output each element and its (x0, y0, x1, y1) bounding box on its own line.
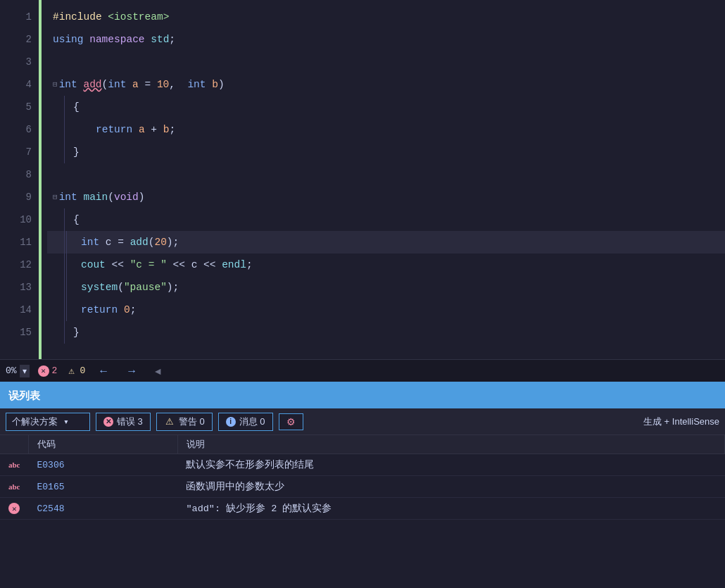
status-bar: 0% ▾ ✕ 2 ⚠ 0 ← → ◄ (0, 359, 725, 382)
table-row[interactable]: ✕ C2548 "add": 缺少形参 2 的默认实参 (0, 498, 725, 520)
filter-options-button[interactable]: ⚙ (279, 413, 303, 430)
line-num-10: 10 (0, 208, 32, 231)
line-num-4: 4 (0, 73, 32, 96)
error-panel-title: 误列表 (8, 389, 40, 403)
line-num-3: 3 (0, 51, 32, 73)
line-num-13: 13 (0, 276, 32, 299)
code-line-2: using namespace std; (47, 28, 725, 51)
code-line-5: { (47, 96, 725, 118)
zoom-dropdown[interactable]: ▾ (20, 365, 30, 377)
code-line-14: return 0; (47, 299, 725, 321)
solution-label: 个解决方案 (12, 415, 58, 428)
code-line-3 (47, 51, 725, 73)
filter-funnel-icon: ⚙ (286, 416, 296, 427)
code-line-1: #include <iostream> (47, 6, 725, 28)
error-table: 代码 说明 abc E0306 默认实参不在 (0, 435, 725, 520)
code-line-8 (47, 163, 725, 186)
line-num-1: 1 (0, 6, 32, 28)
row-desc-3: "add": 缺少形参 2 的默认实参 (177, 498, 724, 520)
error-icon: ✕ (38, 365, 49, 377)
code-line-10: { (47, 208, 725, 231)
line-num-8: 8 (0, 163, 32, 186)
col-code: 代码 (29, 435, 178, 454)
code-line-11: int c = add(20); (47, 231, 725, 254)
table-row[interactable]: abc E0165 函数调用中的参数太少 (0, 476, 725, 498)
line-num-15: 15 (0, 321, 32, 344)
col-icon (0, 435, 29, 454)
row-desc-1: 默认实参不在形参列表的结尾 (177, 454, 724, 476)
filter-warning-label: 警告 0 (179, 415, 205, 428)
line-num-12: 12 (0, 254, 32, 276)
code-line-6: return a + b; (47, 118, 725, 141)
row-code-1: E0306 (29, 454, 178, 476)
code-line-7: } (47, 141, 725, 163)
row-code-2: E0165 (29, 476, 178, 498)
nav-back-button[interactable]: ← (94, 363, 113, 379)
zoom-value: 0% (6, 365, 17, 376)
warning-count: ⚠ 0 (65, 365, 85, 377)
build-button[interactable]: 生成 + IntelliSense (643, 415, 719, 428)
filter-info-label: 消息 0 (239, 415, 265, 428)
col-description: 说明 (177, 435, 724, 454)
error-table-header: 代码 说明 (0, 435, 725, 454)
green-indicator (39, 0, 42, 359)
code-line-4: ⊟int add(int a = 10, int b) (47, 73, 725, 96)
warning-icon: ⚠ (65, 365, 77, 377)
code-line-9: ⊟int main(void) (47, 186, 725, 208)
line-num-7: 7 (0, 141, 32, 163)
line-num-14: 14 (0, 299, 32, 321)
error-table-body: abc E0306 默认实参不在形参列表的结尾 abc E0165 函数调用中 (0, 454, 725, 520)
solution-dropdown[interactable]: 个解决方案 ▾ (6, 413, 90, 431)
row-code-3: C2548 (29, 498, 178, 520)
warning-count-label: 0 (80, 365, 85, 376)
error-count: ✕ 2 (38, 365, 58, 377)
filter-error-icon: ✕ (103, 417, 113, 427)
code-editor[interactable]: 1 2 3 4 5 6 7 8 9 10 11 12 13 14 15 #inc… (0, 0, 725, 359)
error-panel-header: 误列表 (0, 383, 725, 408)
row-icon-1: abc (0, 454, 29, 476)
code-content[interactable]: #include <iostream> using namespace std;… (47, 0, 725, 359)
collapse-icon-4[interactable]: ⊟ (53, 73, 58, 96)
filter-warning-button[interactable]: ⚠ 警告 0 (156, 413, 213, 431)
filter-error-button[interactable]: ✕ 错误 3 (96, 413, 151, 431)
line-numbers: 1 2 3 4 5 6 7 8 9 10 11 12 13 14 15 (0, 0, 39, 359)
code-line-13: system("pause"); (47, 276, 725, 299)
error-panel: 误列表 个解决方案 ▾ ✕ 错误 3 ⚠ 警告 0 i 消息 0 ⚙ 生成 + … (0, 382, 725, 588)
row-icon-3: ✕ (0, 498, 29, 520)
row-icon-2: abc (0, 476, 29, 498)
line-num-6: 6 (0, 118, 32, 141)
error-panel-toolbar: 个解决方案 ▾ ✕ 错误 3 ⚠ 警告 0 i 消息 0 ⚙ 生成 + Inte… (0, 408, 725, 435)
line-num-11: 11 (0, 231, 32, 254)
line-num-9: 9 (0, 186, 32, 208)
code-line-15: } (47, 321, 725, 344)
code-line-12: cout << "c = " << c << endl; (47, 254, 725, 276)
line-num-2: 2 (0, 28, 32, 51)
collapse-icon-9[interactable]: ⊟ (53, 186, 58, 208)
line-num-5: 5 (0, 96, 32, 118)
filter-info-button[interactable]: i 消息 0 (218, 413, 273, 431)
filter-info-icon: i (226, 417, 236, 427)
zoom-level: 0% ▾ (6, 365, 30, 377)
row-desc-2: 函数调用中的参数太少 (177, 476, 724, 498)
filter-warning-icon: ⚠ (164, 416, 175, 427)
filter-error-label: 错误 3 (117, 415, 143, 428)
table-row[interactable]: abc E0306 默认实参不在形参列表的结尾 (0, 454, 725, 476)
circle-error-icon: ✕ (8, 503, 20, 514)
nav-collapse-button[interactable]: ◄ (150, 364, 165, 378)
error-count-label: 2 (52, 365, 58, 376)
editor-gutter (39, 0, 47, 359)
chevron-down-icon: ▾ (63, 416, 69, 427)
nav-forward-button[interactable]: → (122, 363, 141, 379)
